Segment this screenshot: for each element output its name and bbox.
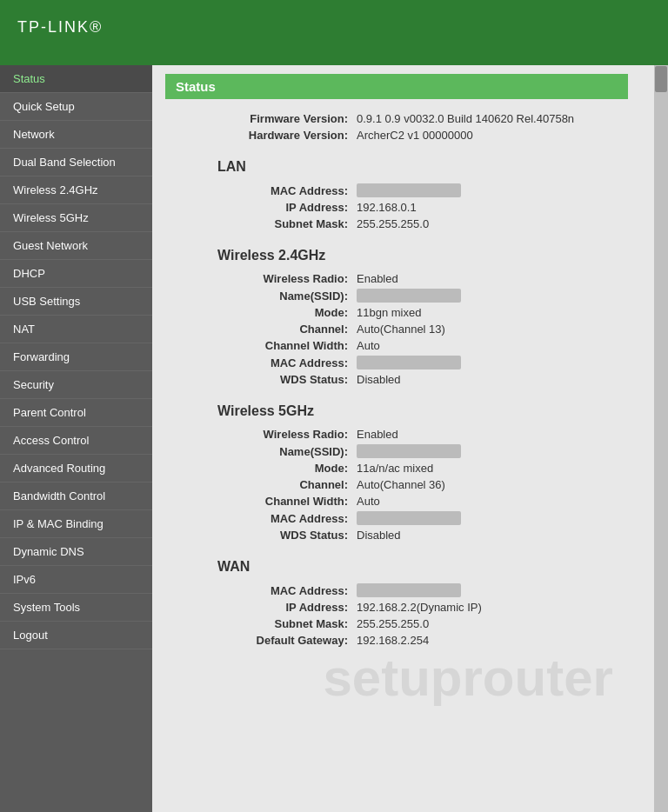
sidebar-item-system-tools[interactable]: System Tools [0,594,152,622]
wan-gateway-value: 192.168.2.254 [357,634,429,647]
w24-mac-label: MAC Address: [165,356,357,369]
sidebar-item-parent-control[interactable]: Parent Control [0,399,152,427]
w24-ssid-label: Name(SSID): [165,290,357,303]
w5-width-label: Channel Width: [165,495,357,508]
hardware-row: Hardware Version: ArcherC2 v1 00000000 [165,129,628,142]
w5-radio-value: Enabled [357,428,398,441]
logo: TP-LINK® [17,15,103,51]
w5-ssid-row: Name(SSID): [165,444,628,458]
w5-mac-row: MAC Address: [165,511,628,525]
w24-mode-value: 11bgn mixed [357,306,421,319]
w5-mac-label: MAC Address: [165,512,357,525]
sidebar-item-bandwidth-control[interactable]: Bandwidth Control [0,483,152,510]
sidebar-item-wireless-5[interactable]: Wireless 5GHz [0,204,152,232]
header: TP-LINK® [0,0,668,65]
firmware-value: 0.9.1 0.9 v0032.0 Build 140620 Rel.40758… [357,112,574,125]
w5-wds-value: Disabled [357,529,401,542]
sidebar-item-ipv6[interactable]: IPv6 [0,566,152,594]
w24-width-label: Channel Width: [165,339,357,352]
w24-radio-row: Wireless Radio: Enabled [165,272,628,285]
w24-width-row: Channel Width: Auto [165,339,628,352]
w24-ssid-value [357,289,461,303]
w5-width-value: Auto [357,495,380,508]
sidebar-item-wireless-24[interactable]: Wireless 2.4GHz [0,176,152,204]
section-header: Status [165,74,628,99]
w24-radio-label: Wireless Radio: [165,272,357,285]
wireless24-section: Wireless 2.4GHz Wireless Radio: Enabled … [165,248,628,386]
sidebar-item-nat[interactable]: NAT [0,316,152,343]
sidebar-item-network[interactable]: Network [0,121,152,149]
lan-section: LAN MAC Address: IP Address: 192.168.0.1… [165,159,628,230]
sidebar-item-access-control[interactable]: Access Control [0,427,152,455]
sidebar-item-ip-mac-binding[interactable]: IP & MAC Binding [0,510,152,538]
wireless24-title: Wireless 2.4GHz [217,248,628,263]
w5-channel-row: Channel: Auto(Channel 36) [165,478,628,491]
sidebar-item-security[interactable]: Security [0,371,152,399]
scrollbar-track[interactable] [654,65,668,812]
w24-channel-value: Auto(Channel 13) [357,323,445,336]
w24-channel-row: Channel: Auto(Channel 13) [165,323,628,336]
wan-gateway-label: Default Gateway: [165,634,357,647]
w5-mode-row: Mode: 11a/n/ac mixed [165,462,628,475]
wan-gateway-row: Default Gateway: 192.168.2.254 [165,634,628,647]
sidebar-item-dhcp[interactable]: DHCP [0,260,152,288]
content-area: Status Firmware Version: 0.9.1 0.9 v0032… [152,65,668,812]
wan-mac-row: MAC Address: [165,583,628,597]
w24-wds-row: WDS Status: Disabled [165,373,628,386]
w24-channel-label: Channel: [165,323,357,336]
wan-subnet-row: Subnet Mask: 255.255.255.0 [165,617,628,630]
lan-subnet-label: Subnet Mask: [165,217,357,230]
sidebar-item-guest-network[interactable]: Guest Network [0,232,152,260]
w5-ssid-value [357,444,461,458]
w5-channel-value: Auto(Channel 36) [357,478,445,491]
sidebar-item-status[interactable]: Status [0,65,152,93]
lan-mac-value [357,183,461,197]
wireless5-section: Wireless 5GHz Wireless Radio: Enabled Na… [165,403,628,542]
w5-channel-label: Channel: [165,478,357,491]
w5-wds-label: WDS Status: [165,529,357,542]
w24-mac-row: MAC Address: [165,356,628,369]
lan-ip-label: IP Address: [165,201,357,214]
firmware-row: Firmware Version: 0.9.1 0.9 v0032.0 Buil… [165,112,628,125]
w24-wds-value: Disabled [357,373,401,386]
wan-mac-value [357,583,461,597]
sidebar-item-logout[interactable]: Logout [0,622,152,649]
sidebar-item-quick-setup[interactable]: Quick Setup [0,93,152,121]
lan-subnet-row: Subnet Mask: 255.255.255.0 [165,217,628,230]
w5-mac-value [357,511,461,525]
wan-mac-label: MAC Address: [165,584,357,597]
lan-title: LAN [217,159,628,175]
w5-wds-row: WDS Status: Disabled [165,529,628,542]
sidebar-item-usb-settings[interactable]: USB Settings [0,288,152,316]
scrollbar-thumb[interactable] [655,66,667,92]
hardware-value: ArcherC2 v1 00000000 [357,129,473,142]
wan-section: WAN MAC Address: IP Address: 192.168.2.2… [165,559,628,647]
lan-ip-row: IP Address: 192.168.0.1 [165,201,628,214]
w24-radio-value: Enabled [357,272,398,285]
wan-ip-value: 192.168.2.2(Dynamic IP) [357,601,482,614]
logo-tm: ® [90,18,103,36]
w5-width-row: Channel Width: Auto [165,495,628,508]
lan-subnet-value: 255.255.255.0 [357,217,429,230]
sidebar: Status Quick Setup Network Dual Band Sel… [0,65,152,812]
w5-radio-row: Wireless Radio: Enabled [165,428,628,441]
wan-ip-label: IP Address: [165,601,357,614]
logo-text: TP-LINK [17,18,90,36]
w24-ssid-row: Name(SSID): [165,289,628,303]
w24-mode-row: Mode: 11bgn mixed [165,306,628,319]
wan-subnet-label: Subnet Mask: [165,617,357,630]
w24-wds-label: WDS Status: [165,373,357,386]
lan-mac-label: MAC Address: [165,184,357,197]
wan-title: WAN [217,559,628,575]
firmware-label: Firmware Version: [165,112,357,125]
sidebar-item-forwarding[interactable]: Forwarding [0,343,152,371]
content-inner: Status Firmware Version: 0.9.1 0.9 v0032… [152,65,654,673]
sidebar-item-dual-band[interactable]: Dual Band Selection [0,149,152,176]
w5-mode-value: 11a/n/ac mixed [357,462,433,475]
wan-subnet-value: 255.255.255.0 [357,617,429,630]
firmware-section: Firmware Version: 0.9.1 0.9 v0032.0 Buil… [165,112,628,142]
sidebar-item-dynamic-dns[interactable]: Dynamic DNS [0,538,152,566]
w5-radio-label: Wireless Radio: [165,428,357,441]
w5-mode-label: Mode: [165,462,357,475]
sidebar-item-advanced-routing[interactable]: Advanced Routing [0,455,152,483]
